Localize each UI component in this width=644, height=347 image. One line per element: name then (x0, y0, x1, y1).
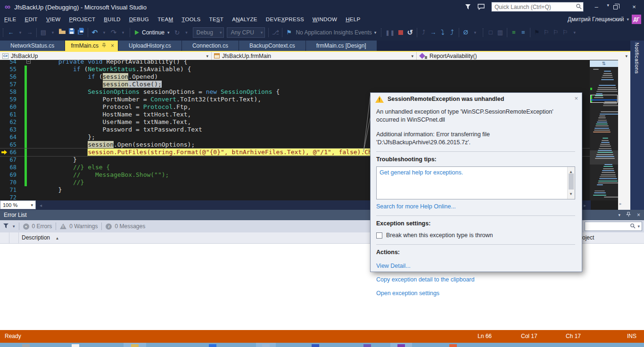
user-avatar[interactable]: ДГ (632, 15, 641, 24)
menu-item-view[interactable]: VIEW (42, 17, 65, 22)
quick-launch-input[interactable] (491, 2, 584, 12)
application-insights-icon[interactable]: ⚑ (284, 27, 294, 38)
window-position-dropdown-icon[interactable]: ▾ (618, 213, 620, 217)
scroll-thumb[interactable] (569, 174, 574, 190)
taskbar-app-button[interactable] (69, 343, 82, 347)
taskbar-app-button[interactable] (307, 343, 323, 347)
pin-icon[interactable] (626, 212, 631, 218)
minimize-button[interactable]: – (590, 3, 603, 10)
action-link-view[interactable]: View Detail... (376, 262, 575, 270)
scrollbar-splitter[interactable]: ⇅ (590, 60, 618, 67)
hex-dropdown-icon[interactable]: ▾ (471, 27, 480, 38)
menu-item-edit[interactable]: EDIT (21, 17, 42, 22)
new-item-icon[interactable]: ▤ (39, 27, 48, 38)
restart-debug-icon[interactable]: ↺ (405, 27, 415, 38)
taskbar-app-button[interactable] (256, 343, 276, 347)
redo-icon[interactable]: ↷ (109, 27, 118, 38)
menu-item-analyze[interactable]: ANALYZE (228, 17, 262, 22)
step-over-icon[interactable]: → (429, 27, 438, 38)
feedback-icon[interactable] (478, 4, 485, 10)
restart-dropdown-icon[interactable]: ▾ (182, 27, 191, 38)
tab-backupcontext-cs[interactable]: BackupContext.cs (239, 41, 305, 51)
pause-icon[interactable]: ❚❚ (384, 27, 396, 38)
code-line-56[interactable]: 56 if (session.Opened) (0, 73, 591, 81)
filter-dropdown-icon[interactable]: ▾ (13, 224, 15, 229)
action-link-copy[interactable]: Copy exception detail to the clipboard (376, 276, 575, 284)
minimap-scrollbar[interactable] (590, 67, 618, 200)
save-icon[interactable] (67, 27, 76, 38)
menu-item-debug[interactable]: DEBUG (125, 17, 153, 22)
menu-item-help[interactable]: HELP (341, 17, 364, 22)
configuration-combo[interactable]: Debug▾ (193, 27, 224, 38)
error-list-search-box[interactable]: ▾ (585, 222, 642, 231)
taskbar-app-button[interactable] (124, 343, 146, 347)
menu-item-devexpress[interactable]: DEVEXPRESS (262, 17, 308, 22)
code-line-57[interactable]: 57 session.Close(); (0, 81, 591, 88)
errors-filter-button[interactable]: × 0 Errors (23, 223, 52, 230)
taskbar-app-button[interactable] (390, 343, 412, 347)
attach-process-icon[interactable]: ⎇ (271, 27, 280, 38)
taskbar-app-button[interactable] (18, 343, 34, 347)
filter-icon[interactable] (3, 223, 9, 230)
member-dropdown[interactable]: ReportAvailability() ▾ (417, 52, 630, 60)
close-button[interactable]: × (628, 3, 640, 10)
close-tab-icon[interactable]: × (110, 42, 114, 49)
comment-icon[interactable]: ≡ (509, 27, 519, 38)
save-all-icon[interactable] (76, 27, 86, 38)
tab-connection-cs[interactable]: Connection.cs (182, 41, 239, 51)
type-dropdown[interactable]: JfsBackUp.frmMain ▾ (212, 52, 417, 60)
break-on-throw-checkbox[interactable] (376, 232, 382, 239)
undo-icon[interactable]: ↶ (90, 27, 99, 38)
navigate-forward-icon[interactable]: → (25, 27, 34, 38)
redo-dropdown-icon[interactable]: ▾ (118, 27, 128, 38)
minimap-viewport[interactable] (590, 95, 618, 103)
memory-window-icon[interactable]: ▥ (495, 27, 505, 38)
restore-button[interactable] (609, 3, 621, 10)
menu-item-tools[interactable]: TOOLS (177, 17, 205, 22)
filter-flag-icon[interactable] (465, 4, 471, 10)
search-help-online-link[interactable]: Search for more Help Online... (376, 203, 575, 211)
taskbar-app-button[interactable] (445, 343, 461, 347)
fold-collapse-icon[interactable]: − (26, 60, 31, 64)
taskbar-app-button[interactable] (359, 343, 375, 347)
hex-display-icon[interactable]: Ø (461, 27, 471, 38)
user-dropdown-icon[interactable]: ▾ (627, 17, 629, 22)
warnings-filter-button[interactable]: 0 Warnings (60, 223, 98, 230)
open-file-icon[interactable] (58, 27, 67, 38)
tip-link[interactable]: Get general help for exceptions. (380, 169, 565, 177)
menu-item-file[interactable]: FILE (0, 17, 21, 22)
step-out-icon[interactable]: ⤴ (447, 27, 457, 38)
scroll-down-icon[interactable]: ▼ (569, 190, 573, 198)
step-into-icon[interactable]: ⤵ (438, 27, 447, 38)
menu-item-team[interactable]: TEAM (153, 17, 177, 22)
tab-frmmain-cs-design-[interactable]: frmMain.cs [Design] (306, 41, 377, 51)
user-name[interactable]: Дмитрий Глещинский (568, 16, 624, 23)
show-next-statement-icon[interactable]: ⤴ (419, 27, 429, 38)
menu-item-build[interactable]: BUILD (99, 17, 124, 22)
troubleshooting-tips-box[interactable]: Get general help for exceptions. ▲ ▼ (376, 166, 575, 199)
next-bookmark-icon[interactable]: ⚐ (551, 27, 561, 38)
tab-networkstatus-cs[interactable]: NetworkStatus.cs (0, 41, 65, 51)
tips-scrollbar[interactable]: ▲ ▼ (567, 167, 575, 199)
column-project[interactable]: Project (574, 232, 644, 244)
windows-taskbar[interactable] (0, 343, 644, 347)
breakpoints-window-icon[interactable]: □ (486, 27, 495, 38)
dialog-close-icon[interactable]: × (574, 95, 578, 102)
action-link-open[interactable]: Open exception settings (376, 289, 575, 297)
continue-button[interactable]: Continue ▾ (132, 29, 173, 36)
tab-overflow-icon[interactable]: ▾ (607, 3, 609, 8)
insights-events-combo[interactable]: No Application Insights Events▾ (294, 29, 378, 36)
bookmark-icon[interactable]: ⚑ (532, 27, 542, 38)
uncomment-icon[interactable]: ≡ (519, 27, 528, 38)
navigate-back-dropdown-icon[interactable]: ▾ (16, 27, 25, 38)
code-line-55[interactable]: 55 if (NetworkStatus.IsAvailable) { (0, 66, 591, 73)
clear-bookmarks-icon[interactable]: ⚐ (561, 27, 570, 38)
search-dropdown-icon[interactable]: ▾ (637, 224, 640, 229)
menu-item-test[interactable]: TEST (205, 17, 228, 22)
tab-uploadhistory-cs[interactable]: UploadHistory.cs (118, 41, 182, 51)
platform-combo[interactable]: Any CPU▾ (227, 27, 265, 38)
prev-bookmark-icon[interactable]: ⚐ (542, 27, 551, 38)
scroll-left-icon[interactable]: ◂ (40, 203, 42, 208)
navigate-back-icon[interactable]: ← (6, 27, 16, 38)
quick-launch[interactable] (491, 2, 584, 12)
